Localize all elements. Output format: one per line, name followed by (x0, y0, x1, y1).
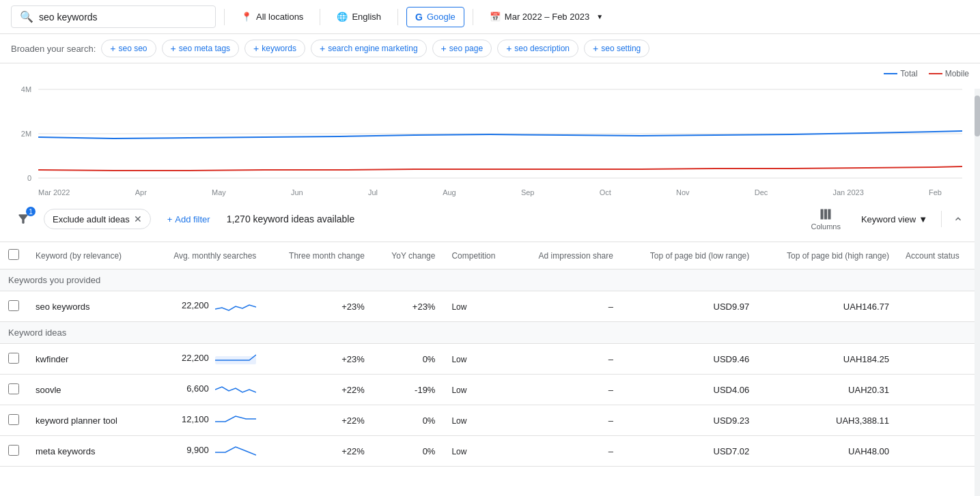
divider-1 (224, 9, 225, 25)
location-selector[interactable]: 📍 All locations (233, 8, 311, 26)
scrollbar-track[interactable] (975, 89, 980, 467)
x-label-dec: Dec (755, 188, 768, 196)
legend-mobile: Mobile (929, 69, 969, 78)
broaden-chip-seo-seo[interactable]: + seo seo (101, 40, 156, 57)
table-row: kwfinder 22,200 +23% 0% Low (0, 344, 980, 375)
group-header-provided: Keywords you provided (0, 269, 980, 291)
yoy-cell: -19% (373, 375, 444, 405)
table-container: Keyword (by relevance) Avg. monthly sear… (0, 242, 980, 467)
x-label-jul: Jul (368, 188, 378, 196)
chevron-down-icon: ▼ (596, 13, 603, 20)
plus-icon: + (320, 43, 325, 54)
row-checkbox[interactable] (8, 300, 19, 311)
keyword-cell: seo keywords (27, 291, 148, 322)
chart-container: Total Mobile 4M 2M 0 Mar 2022 Apr May Ju… (0, 63, 980, 196)
engine-selector[interactable]: G Google (406, 7, 464, 27)
top-bid-low-cell: USD4.06 (621, 375, 757, 405)
scrollbar-thumb[interactable] (975, 96, 980, 136)
row-checkbox[interactable] (8, 353, 19, 364)
account-status-cell (897, 344, 980, 375)
broaden-chip-seo-page[interactable]: + seo page (432, 40, 492, 57)
close-icon[interactable]: ✕ (134, 214, 142, 224)
language-selector[interactable]: 🌐 English (328, 8, 389, 26)
plus-icon: + (593, 43, 598, 54)
keyword-cell: meta keywords (27, 436, 148, 467)
columns-button[interactable]: Columns (804, 203, 848, 235)
sparkline-kwfinder (215, 351, 256, 367)
yoy-cell: 0% (373, 405, 444, 436)
row-checkbox-cell[interactable] (0, 291, 27, 322)
ideas-count: 1,270 keyword ideas available (227, 214, 796, 224)
language-icon: 🌐 (337, 12, 348, 22)
exclude-adult-chip[interactable]: Exclude adult ideas ✕ (44, 209, 151, 229)
row-checkbox-cell[interactable] (0, 436, 27, 467)
header-keyword: Keyword (by relevance) (27, 242, 148, 269)
plus-icon: + (441, 43, 447, 54)
keywords-table: Keyword (by relevance) Avg. monthly sear… (0, 242, 980, 467)
x-label-may: May (212, 188, 226, 196)
top-bid-low-cell: USD7.02 (621, 436, 757, 467)
account-status-cell (897, 405, 980, 436)
broaden-chip-seo-setting[interactable]: + seo setting (584, 40, 649, 57)
search-box[interactable]: 🔍 (11, 5, 216, 28)
row-checkbox-cell[interactable] (0, 405, 27, 436)
yoy-cell: 0% (373, 436, 444, 467)
broaden-chip-seo-meta-tags[interactable]: + seo meta tags (162, 40, 240, 57)
keyword-view-button[interactable]: Keyword view ▼ (853, 210, 936, 229)
ad-impression-cell: – (514, 291, 621, 322)
keyword-cell: kwfinder (27, 344, 148, 375)
account-status-cell (897, 291, 980, 322)
broaden-bar: Broaden your search: + seo seo + seo met… (0, 34, 980, 63)
broaden-chip-search-engine-marketing[interactable]: + search engine marketing (311, 40, 427, 57)
header-top-bid-high: Top of page bid (high range) (757, 242, 897, 269)
three-month-cell: +23% (264, 291, 373, 322)
calendar-icon: 📅 (490, 12, 501, 22)
chip-label: seo setting (601, 44, 641, 53)
select-all-checkbox[interactable] (8, 249, 19, 260)
broaden-chip-seo-description[interactable]: + seo description (497, 40, 578, 57)
divider-3 (397, 9, 398, 25)
columns-label: Columns (811, 222, 841, 231)
date-range-selector[interactable]: 📅 Mar 2022 – Feb 2023 ▼ (481, 8, 611, 26)
ad-impression-cell: – (514, 405, 621, 436)
avg-monthly-cell: 6,600 (148, 375, 265, 405)
x-label-jun: Jun (291, 188, 303, 196)
row-checkbox[interactable] (8, 414, 19, 425)
divider-4 (473, 9, 473, 25)
svg-text:4M: 4M (21, 85, 31, 93)
header-avg-monthly: Avg. monthly searches (148, 242, 265, 269)
collapse-button[interactable] (947, 208, 969, 230)
sparkline-soovle (215, 381, 256, 398)
header-ad-impression: Ad impression share (514, 242, 621, 269)
row-checkbox-cell[interactable] (0, 375, 27, 405)
sparkline-meta-keywords (215, 443, 256, 459)
group-header-ideas: Keyword ideas (0, 322, 980, 344)
yoy-cell: 0% (373, 344, 444, 375)
location-label: All locations (256, 12, 303, 22)
top-bid-high-cell: UAH184.25 (757, 344, 897, 375)
row-checkbox-cell[interactable] (0, 344, 27, 375)
header-top-bid-low: Top of page bid (low range) (621, 242, 757, 269)
add-filter-button[interactable]: + Add filter (159, 210, 219, 229)
legend-total-line (884, 73, 897, 74)
x-label-aug: Aug (443, 188, 456, 196)
filter-icon-button[interactable]: 1 (11, 207, 36, 231)
engine-label: Google (427, 12, 456, 22)
broaden-chip-keywords[interactable]: + keywords (244, 40, 305, 57)
x-label-apr: Apr (135, 188, 147, 196)
legend-total: Total (884, 69, 917, 78)
legend-mobile-line (929, 73, 942, 74)
top-bid-high-cell: UAH48.00 (757, 436, 897, 467)
avg-monthly-cell: 12,100 (148, 405, 265, 436)
ad-impression-cell: – (514, 344, 621, 375)
row-checkbox[interactable] (8, 445, 19, 456)
row-checkbox[interactable] (8, 383, 19, 394)
header-checkbox-cell[interactable] (0, 242, 27, 269)
plus-icon: + (171, 43, 176, 54)
chip-label: seo seo (118, 44, 147, 53)
chevron-down-icon: ▼ (919, 214, 927, 224)
three-month-cell: +22% (264, 405, 373, 436)
search-input[interactable] (39, 12, 189, 23)
chip-label: keywords (262, 44, 296, 53)
account-status-cell (897, 436, 980, 467)
